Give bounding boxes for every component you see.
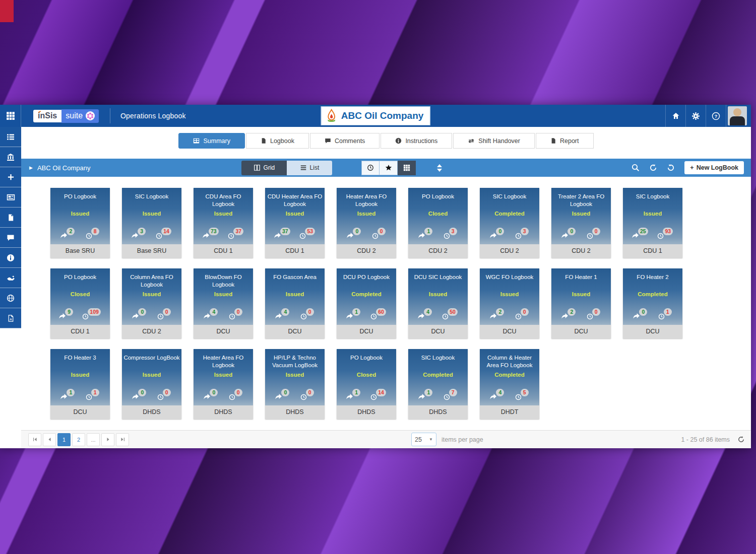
undo-icon[interactable] bbox=[667, 164, 675, 172]
clock-icon bbox=[156, 233, 162, 239]
logbook-status: Closed bbox=[357, 372, 376, 378]
toolbar-right: + New LogBook bbox=[632, 161, 744, 174]
logbook-card[interactable]: HP/LP & Techno Vacuum LogBook Issued 0 0 bbox=[265, 349, 325, 419]
logbook-card[interactable]: Column Area FO Logbook Issued 0 0 CDU 2 bbox=[122, 268, 181, 338]
brand-logo[interactable]: inSis suite bbox=[33, 109, 99, 123]
logbook-card-body: PO Logbook Closed 1 3 bbox=[408, 188, 468, 244]
forwarded-counter: 1 bbox=[418, 393, 433, 400]
page-1-button[interactable]: 1 bbox=[57, 433, 71, 446]
logbook-card[interactable]: FO Gascon Area Issued 4 0 DCU bbox=[265, 268, 325, 338]
new-logbook-button[interactable]: + New LogBook bbox=[684, 161, 744, 174]
logbook-card[interactable]: FO Heater 2 Completed 0 1 DCU bbox=[623, 268, 682, 338]
logbook-counters: 0 0 bbox=[265, 393, 325, 400]
page-size-value: 25 bbox=[415, 436, 422, 443]
favorites-filter-button[interactable] bbox=[380, 161, 398, 175]
sort-button[interactable] bbox=[437, 164, 442, 172]
logbook-card[interactable]: SIC Logbook Issued 3 14 Base SRU bbox=[122, 188, 181, 258]
page-size-select[interactable]: 25 ▼ bbox=[411, 433, 436, 446]
grid-view-label: Grid bbox=[264, 164, 275, 171]
logbook-card[interactable]: PO Logbook Closed 9 109 CDU 1 bbox=[50, 268, 110, 338]
page-2-button[interactable]: 2 bbox=[72, 433, 85, 446]
search-icon[interactable] bbox=[632, 164, 640, 172]
home-button[interactable] bbox=[665, 105, 685, 127]
last-page-button[interactable] bbox=[116, 433, 129, 446]
logbook-card[interactable]: SIC Logbook Issued 25 93 CDU 1 bbox=[623, 188, 682, 258]
logbook-card[interactable]: DCU PO Logbook Completed 1 60 DCU bbox=[337, 268, 396, 338]
next-page-button[interactable] bbox=[101, 433, 114, 446]
list-view-button[interactable]: List bbox=[287, 161, 332, 175]
logbook-card[interactable]: CDU Heater Area FO Logbook Issued 37 53 … bbox=[265, 188, 325, 258]
grid-view-button[interactable]: Grid bbox=[241, 161, 287, 175]
summary-table-icon bbox=[193, 137, 200, 144]
logbook-card[interactable]: Compressor LogBook Issued 0 0 DHDS bbox=[122, 349, 181, 419]
forwarded-counter: 0 bbox=[275, 393, 290, 400]
sidebar-item-bank[interactable] bbox=[0, 147, 21, 167]
app-launcher-button[interactable] bbox=[0, 105, 21, 127]
sidebar-item-news[interactable] bbox=[0, 187, 21, 207]
overdue-count: 0 bbox=[592, 228, 600, 235]
wallpaper-accent bbox=[0, 0, 14, 22]
tab-summary[interactable]: Summary bbox=[178, 133, 244, 149]
prev-page-button[interactable] bbox=[43, 433, 56, 446]
logbook-card[interactable]: WGC FO Logbook Issued 2 0 DCU bbox=[480, 268, 539, 338]
tab-instructions[interactable]: Instructions bbox=[381, 133, 452, 149]
logbook-card[interactable]: CDU Area FO Logbook Issued 73 37 CDU 1 bbox=[194, 188, 253, 258]
overdue-count: 60 bbox=[376, 308, 386, 316]
logbook-unit: DHDS bbox=[337, 405, 396, 419]
sidebar-item-web[interactable] bbox=[0, 288, 21, 308]
sidebar-item-info[interactable] bbox=[0, 248, 21, 268]
sidebar-item-add[interactable] bbox=[0, 167, 21, 187]
user-menu[interactable] bbox=[726, 105, 751, 127]
logbook-counters: 4 0 bbox=[194, 312, 253, 320]
logbook-card[interactable]: Heater Area FO Logbook Issued 0 0 CDU 2 bbox=[337, 188, 396, 258]
reload-icon[interactable] bbox=[737, 436, 745, 443]
breadcrumb-label: ABC Oil Company bbox=[37, 164, 90, 172]
brand-secondary: suite bbox=[66, 111, 83, 120]
logbook-counters: 1 60 bbox=[337, 312, 396, 320]
logbook-card[interactable]: Heater Area FO Logbook Issued 0 0 DHDS bbox=[194, 349, 253, 419]
recent-filter-button[interactable] bbox=[361, 161, 380, 175]
forwarded-counter: 0 bbox=[633, 312, 648, 320]
logbook-card[interactable]: Treater 2 Area FO Logbook Issued 0 0 CDU bbox=[551, 188, 611, 258]
forwarded-counter: 3 bbox=[131, 232, 147, 239]
forward-arrow-icon bbox=[346, 394, 353, 400]
logbook-card[interactable]: SIC Logbook Completed 0 3 CDU 2 bbox=[480, 188, 539, 258]
logbook-card[interactable]: SIC Logbook Completed 1 7 DHDS bbox=[408, 349, 468, 419]
forwarded-counter: 1 bbox=[60, 393, 76, 400]
company-breadcrumb[interactable]: ▶ ABC Oil Company bbox=[29, 164, 90, 172]
logbook-card[interactable]: DCU SIC Logbook Issued 4 50 DCU bbox=[408, 268, 468, 338]
forward-arrow-icon bbox=[132, 313, 139, 320]
more-pages-button[interactable]: ... bbox=[87, 433, 100, 446]
sidebar-item-handover[interactable] bbox=[0, 268, 21, 288]
logbook-card[interactable]: Column & Heater Area FO Logbook Complete… bbox=[480, 349, 539, 419]
sidebar-item-list[interactable] bbox=[0, 127, 21, 147]
first-page-button[interactable] bbox=[28, 433, 41, 446]
logbook-card[interactable]: PO Logbook Closed 1 3 CDU 2 bbox=[408, 188, 468, 258]
sidebar-item-document[interactable] bbox=[0, 207, 21, 228]
logbook-unit: DHDT bbox=[480, 405, 539, 419]
logbook-card[interactable]: FO Heater 1 Issued 2 0 DCU bbox=[551, 268, 611, 338]
settings-button[interactable] bbox=[685, 105, 706, 127]
logbook-card[interactable]: FO Heater 3 Issued 1 1 DCU bbox=[50, 349, 110, 419]
svg-text:?: ? bbox=[715, 113, 718, 119]
logbook-card[interactable]: BlowDown FO Logbook Issued 4 0 DCU bbox=[194, 268, 253, 338]
sidebar-item-pdf[interactable]: A bbox=[0, 308, 21, 328]
tab-comments[interactable]: Comments bbox=[310, 133, 380, 149]
sidebar-item-comments[interactable] bbox=[0, 228, 21, 248]
tab-shift-handover[interactable]: Shift Handover bbox=[453, 133, 535, 149]
refresh-icon[interactable] bbox=[649, 164, 657, 172]
tab-report[interactable]: Report bbox=[536, 133, 594, 149]
flame-logo-icon bbox=[326, 109, 338, 123]
help-button[interactable]: ? bbox=[706, 105, 726, 127]
forwarded-count: 0 bbox=[138, 308, 146, 316]
logbook-unit: CDU 2 bbox=[551, 244, 611, 258]
logbook-card[interactable]: PO Logbook Closed 1 14 DHDS bbox=[337, 349, 396, 419]
all-tiles-button[interactable] bbox=[398, 161, 416, 175]
logbook-unit: DHDS bbox=[122, 405, 181, 419]
document-icon bbox=[7, 214, 15, 222]
list-icon bbox=[7, 133, 15, 141]
tab-logbook[interactable]: Logbook bbox=[246, 133, 309, 149]
logbook-title: HP/LP & Techno Vacuum LogBook bbox=[265, 354, 325, 369]
logbook-file-icon bbox=[261, 137, 267, 144]
logbook-card[interactable]: PO Logbook Issued 2 8 Base SRU bbox=[50, 188, 110, 258]
